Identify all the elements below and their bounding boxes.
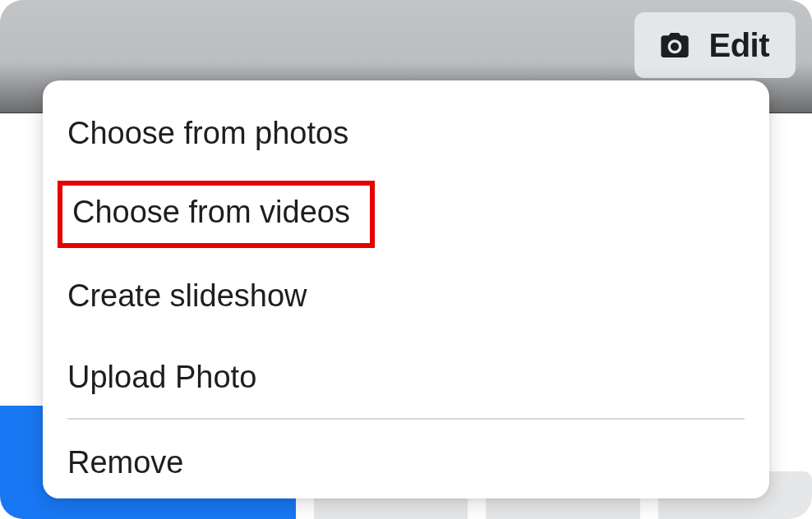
menu-divider: [67, 418, 745, 420]
cover-photo-edit-region: Edit Choose from photos Choose from vide…: [0, 0, 812, 519]
menu-item-upload-photo[interactable]: Upload Photo: [67, 349, 745, 410]
menu-item-choose-from-videos[interactable]: Choose from videos: [64, 187, 368, 241]
menu-item-remove[interactable]: Remove: [67, 434, 745, 495]
menu-item-choose-from-photos[interactable]: Choose from photos: [67, 105, 745, 166]
edit-cover-photo-button[interactable]: Edit: [634, 12, 796, 78]
menu-item-create-slideshow[interactable]: Create slideshow: [67, 268, 745, 328]
edit-cover-dropdown: Choose from photos Choose from videos Cr…: [43, 80, 769, 498]
camera-icon: [656, 30, 694, 61]
edit-button-label: Edit: [708, 27, 769, 64]
